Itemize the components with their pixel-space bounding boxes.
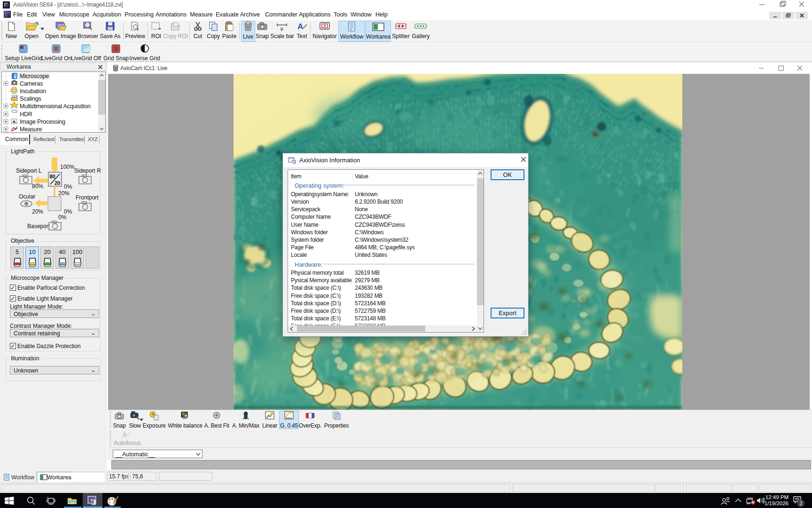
svg-text:20: 20 xyxy=(55,180,60,186)
svg-text:A: A xyxy=(297,22,303,31)
svg-text:80: 80 xyxy=(50,174,55,179)
svg-text:?: ? xyxy=(293,160,296,164)
svg-text:µ: µ xyxy=(281,26,283,31)
svg-text:AF: AF xyxy=(126,433,130,436)
svg-text:123: 123 xyxy=(11,94,18,98)
svg-text:2: 2 xyxy=(800,500,803,506)
